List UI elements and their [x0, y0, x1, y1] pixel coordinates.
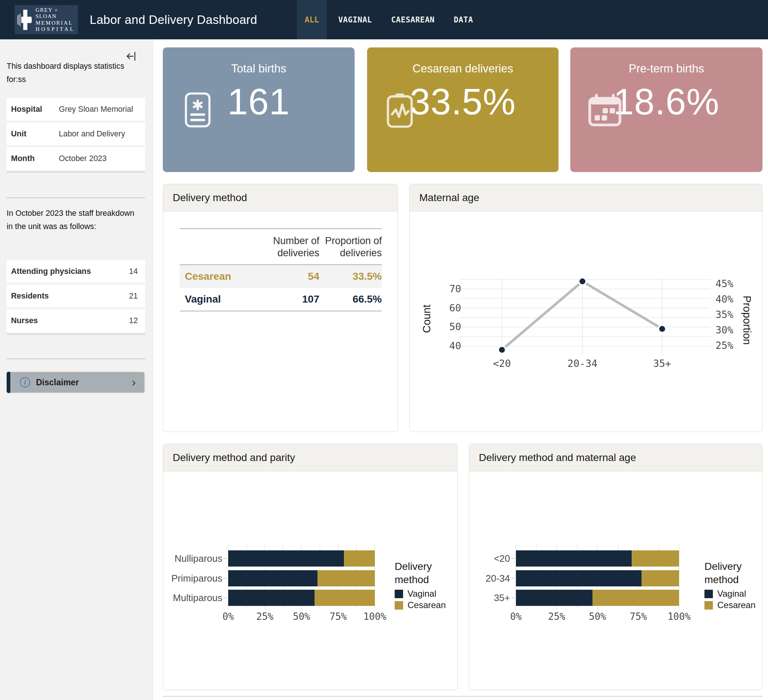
svg-text:40%: 40%	[715, 293, 733, 305]
svg-text:Vaginal: Vaginal	[717, 589, 746, 599]
svg-text:Delivery: Delivery	[395, 561, 432, 572]
table-bottom-rule	[6, 172, 145, 172]
disclaimer-button[interactable]: i Disclaimer ›	[6, 371, 145, 393]
svg-text:75%: 75%	[630, 611, 647, 622]
svg-text:Nulliparous: Nulliparous	[174, 553, 222, 564]
dashboard-page: GREY + SLOAN MEMORIAL HOSPITAL Labor and…	[0, 0, 768, 700]
logo-line: GREY + SLOAN	[36, 7, 75, 20]
svg-text:35+: 35+	[494, 592, 510, 603]
svg-text:method: method	[395, 574, 429, 585]
sidebar-intro-text: This dashboard displays statistics for:s…	[6, 59, 142, 86]
staff-table: Attending physicians 14 Residents 21 Nur…	[6, 260, 145, 335]
svg-text:25%: 25%	[715, 340, 733, 351]
svg-text:30%: 30%	[715, 324, 733, 336]
row-label: Nurses	[11, 316, 38, 325]
tab-all[interactable]: ALL	[297, 0, 327, 39]
hospital-logo-text: GREY + SLOAN MEMORIAL HOSPITAL	[36, 7, 75, 32]
tab-vaginal[interactable]: VAGINAL	[330, 0, 379, 39]
clipboard-pulse-icon	[385, 92, 415, 130]
svg-text:Cesarean: Cesarean	[717, 600, 755, 610]
table-row: Hospital Grey Sloan Memorial	[6, 98, 145, 120]
svg-text:25%: 25%	[256, 611, 274, 622]
row-label: Residents	[11, 292, 49, 301]
svg-text:35+: 35+	[653, 358, 671, 369]
column-header: Proportion of deliveries	[319, 235, 382, 259]
svg-text:Multiparous: Multiparous	[173, 592, 222, 603]
row-value: Labor and Delivery	[59, 130, 125, 139]
nav-tabs: ALL VAGINAL CAESAREAN DATA	[297, 0, 484, 39]
tab-caesarean[interactable]: CAESAREAN	[383, 0, 442, 39]
age-stacked-bar-chart: <2020-3435+0%25%50%75%100%Deliverymethod…	[469, 471, 762, 690]
svg-text:0%: 0%	[510, 611, 522, 622]
svg-text:Delivery: Delivery	[704, 561, 742, 572]
row-value: 12	[129, 316, 138, 325]
report-info-table: Hospital Grey Sloan Memorial Unit Labor …	[6, 98, 145, 172]
logo-line: MEMORIAL	[36, 20, 75, 26]
info-icon: i	[20, 377, 30, 388]
card-title: Maternal age	[410, 184, 762, 211]
column-header: Number of deliveries	[238, 235, 319, 259]
svg-text:40: 40	[449, 340, 461, 351]
svg-text:0%: 0%	[222, 611, 234, 622]
card-delivery-method: Delivery method Number of deliveries Pro…	[163, 184, 398, 432]
svg-text:25%: 25%	[548, 611, 566, 622]
navbar: GREY + SLOAN MEMORIAL HOSPITAL Labor and…	[0, 0, 768, 39]
card-delivery-maternal-age: Delivery method and maternal age <2020-3…	[469, 444, 763, 690]
value-box-title: Pre-term births	[570, 62, 763, 75]
row-label: Hospital	[11, 105, 59, 114]
divider	[6, 197, 145, 198]
value-box-total-births: Total births 161	[163, 47, 355, 172]
svg-text:method: method	[704, 574, 739, 585]
svg-text:Primiparous: Primiparous	[171, 573, 222, 584]
svg-text:50: 50	[449, 321, 461, 332]
file-medical-icon	[184, 92, 211, 129]
card-title: Delivery method and parity	[163, 444, 457, 471]
delivery-method-table: Number of deliveries Proportion of deliv…	[180, 228, 382, 311]
svg-text:60: 60	[449, 302, 461, 314]
table-rule	[180, 311, 382, 311]
svg-text:<20: <20	[494, 553, 510, 564]
parity-stacked-bar-chart: NulliparousPrimiparousMultiparous0%25%50…	[163, 471, 457, 690]
table-row: Unit Labor and Delivery	[6, 122, 145, 145]
table-row-vaginal: Vaginal 107 66.5%	[180, 288, 382, 311]
svg-text:35%: 35%	[715, 309, 733, 320]
hospital-cross-icon	[17, 8, 34, 32]
svg-text:Count: Count	[421, 304, 432, 333]
svg-text:Cesarean: Cesarean	[408, 600, 446, 610]
value-box-preterm: Pre-term births 18.6%	[570, 47, 763, 172]
chevron-right-icon: ›	[131, 376, 136, 389]
tab-data[interactable]: DATA	[446, 0, 481, 39]
table-header-row: Number of deliveries Proportion of deliv…	[180, 229, 382, 264]
calendar-week-icon	[588, 94, 622, 128]
svg-text:<20: <20	[493, 358, 511, 369]
row-value: 21	[129, 292, 138, 301]
page-title: Labor and Delivery Dashboard	[90, 0, 257, 39]
table-bottom-rule	[6, 334, 145, 335]
svg-text:100%: 100%	[668, 611, 691, 622]
sidebar: This dashboard displays statistics for:s…	[0, 39, 153, 700]
divider	[6, 359, 145, 359]
table-row-cesarean: Cesarean 54 33.5%	[180, 265, 382, 288]
svg-text:50%: 50%	[589, 611, 606, 622]
row-label: Unit	[11, 130, 59, 139]
card-delivery-parity: Delivery method and parity NulliparousPr…	[163, 444, 458, 690]
maternal-age-line-chart: 4050607025%30%35%40%45%<2020-3435+CountP…	[410, 211, 762, 432]
svg-text:75%: 75%	[330, 611, 347, 622]
next-card-edge	[163, 696, 763, 697]
value-box-cesarean: Cesarean deliveries 33.5%	[367, 47, 558, 172]
table-row: Attending physicians 14	[6, 260, 145, 283]
row-value: Grey Sloan Memorial	[59, 105, 133, 114]
table-row: Month October 2023	[6, 147, 145, 170]
staff-intro-text: In October 2023 the staff breakdown in t…	[6, 207, 142, 233]
card-title: Delivery method	[163, 184, 398, 211]
row-count: 54	[238, 271, 319, 282]
svg-text:50%: 50%	[293, 611, 310, 622]
row-label: Attending physicians	[11, 267, 91, 276]
logo-line: HOSPITAL	[36, 26, 75, 32]
row-proportion: 66.5%	[319, 293, 382, 305]
value-box-title: Total births	[163, 62, 355, 75]
card-maternal-age: Maternal age 4050607025%30%35%40%45%<202…	[410, 184, 763, 432]
svg-text:45%: 45%	[715, 278, 733, 289]
svg-text:100%: 100%	[363, 611, 387, 622]
row-label: Vaginal	[180, 293, 238, 305]
